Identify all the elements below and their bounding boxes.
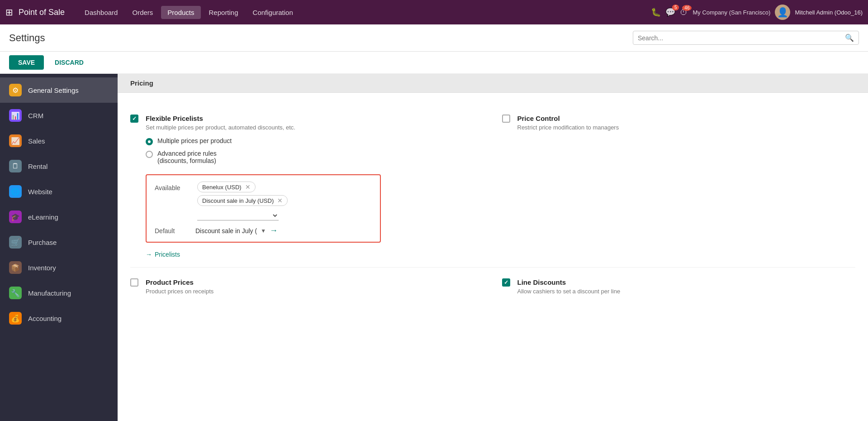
nav-products[interactable]: Products — [161, 6, 200, 19]
default-label: Default — [155, 227, 191, 234]
flexible-pricelists-setting: ✓ Flexible Pricelists Set multiple price… — [130, 115, 484, 258]
price-control-title: Price Control — [517, 115, 856, 122]
accounting-icon: 💰 — [9, 312, 22, 325]
sidebar-item-manufacturing[interactable]: 🔧 Manufacturing — [0, 280, 118, 306]
tag-discount-july-text: Discount sale in July (USD) — [202, 197, 274, 204]
sidebar-item-inventory[interactable]: 📦 Inventory — [0, 255, 118, 280]
product-prices-desc: Product prices on receipts — [146, 288, 484, 295]
crm-icon: 📊 — [9, 109, 22, 122]
sidebar-item-sales[interactable]: 📈 Sales — [0, 128, 118, 153]
line-discounts-setting: ✓ Line Discounts Allow cashiers to set a… — [502, 278, 856, 295]
tag-discount-july-remove[interactable]: ✕ — [277, 197, 283, 204]
product-prices-row: Product Prices Product prices on receipt… — [130, 267, 855, 304]
top-navigation: ⊞ Point of Sale Dashboard Orders Product… — [0, 0, 868, 24]
discard-button[interactable]: DISCARD — [47, 55, 91, 70]
main-layout: ⚙ General Settings 📊 CRM 📈 Sales 🗒 Renta… — [0, 74, 868, 421]
rental-icon: 🗒 — [9, 160, 22, 172]
save-button[interactable]: SAVE — [9, 55, 44, 70]
search-bar[interactable]: 🔍 — [633, 31, 859, 45]
sidebar: ⚙ General Settings 📊 CRM 📈 Sales 🗒 Renta… — [0, 74, 118, 421]
action-bar: SAVE DISCARD — [0, 52, 868, 74]
elearning-icon: 🎓 — [9, 210, 22, 223]
sidebar-label-manufacturing: Manufacturing — [28, 289, 71, 297]
sales-icon: 📈 — [9, 134, 22, 147]
bug-icon: 🐛 — [651, 7, 661, 17]
flexible-pricelists-body: Flexible Pricelists Set multiple prices … — [146, 115, 484, 258]
nav-configuration[interactable]: Configuration — [247, 6, 299, 19]
product-prices-title: Product Prices — [146, 278, 484, 286]
default-external-link[interactable]: → — [270, 226, 278, 235]
search-input[interactable] — [638, 34, 845, 42]
sidebar-item-accounting[interactable]: 💰 Accounting — [0, 306, 118, 331]
settings-content: ✓ Flexible Pricelists Set multiple price… — [118, 93, 868, 316]
website-icon: 🌐 — [9, 185, 22, 198]
radio-advanced-rules-circle — [146, 151, 153, 158]
available-label: Available — [155, 182, 191, 191]
flexible-pricelists-title: Flexible Pricelists — [146, 115, 484, 122]
nav-reporting[interactable]: Reporting — [203, 6, 245, 19]
sidebar-label-inventory: Inventory — [28, 264, 56, 272]
radio-advanced-rules-label: Advanced price rules(discounts, formulas… — [157, 150, 217, 164]
chat-icon-wrap[interactable]: 💬 5 — [665, 7, 675, 17]
sidebar-item-crm[interactable]: 📊 CRM — [0, 103, 118, 128]
line-discounts-checkbox[interactable]: ✓ — [502, 278, 510, 287]
default-pricelist-text: Discount sale in July ( — [195, 227, 257, 234]
price-control-desc: Restrict price modification to managers — [517, 124, 856, 131]
company-name: My Company (San Francisco) — [693, 9, 770, 16]
sidebar-item-purchase[interactable]: 🛒 Purchase — [0, 230, 118, 255]
user-avatar[interactable]: 👤 — [775, 5, 790, 20]
grid-icon[interactable]: ⊞ — [5, 7, 13, 18]
nav-dashboard[interactable]: Dashboard — [78, 6, 124, 19]
radio-advanced-rules[interactable]: Advanced price rules(discounts, formulas… — [146, 150, 484, 164]
sidebar-label-crm: CRM — [28, 112, 43, 120]
pricing-top-row: ✓ Flexible Pricelists Set multiple price… — [130, 105, 855, 267]
second-bar: Settings 🔍 — [0, 24, 868, 52]
default-dropdown-arrow[interactable]: ▼ — [261, 228, 266, 234]
radio-multiple-prices-label: Multiple prices per product — [157, 137, 232, 144]
sidebar-item-elearning[interactable]: 🎓 eLearning — [0, 204, 118, 230]
sidebar-label-rental: Rental — [28, 163, 47, 170]
sidebar-item-general-settings[interactable]: ⚙ General Settings — [0, 77, 118, 103]
line-discounts-title: Line Discounts — [517, 278, 856, 286]
tag-benelux-text: Benelux (USD) — [202, 184, 242, 191]
price-control-setting: Price Control Restrict price modificatio… — [502, 115, 856, 131]
app-title: Point of Sale — [19, 8, 65, 17]
user-name: Mitchell Admin (Odoo_16) — [795, 9, 863, 16]
nav-right: 🐛 💬 5 ⏱ 46 My Company (San Francisco) 👤 … — [651, 5, 863, 20]
sidebar-item-rental[interactable]: 🗒 Rental — [0, 153, 118, 179]
section-title: Pricing — [130, 79, 153, 87]
pricelists-link[interactable]: → Pricelists — [146, 251, 180, 258]
radio-multiple-prices-circle — [146, 138, 153, 145]
default-value: Discount sale in July ( ▼ → — [195, 226, 278, 235]
sidebar-label-sales: Sales — [28, 137, 45, 145]
sidebar-label-elearning: eLearning — [28, 213, 58, 221]
product-prices-setting: Product Prices Product prices on receipt… — [130, 278, 484, 295]
line-discounts-desc: Allow cashiers to set a discount per lin… — [517, 288, 856, 295]
tag-benelux-remove[interactable]: ✕ — [245, 183, 251, 191]
price-control-checkbox[interactable] — [502, 115, 510, 123]
bug-icon-wrap[interactable]: 🐛 — [651, 7, 661, 17]
price-control-body: Price Control Restrict price modificatio… — [517, 115, 856, 131]
product-prices-checkbox[interactable] — [130, 278, 138, 287]
pricing-radio-group: Multiple prices per product Advanced pri… — [146, 137, 484, 164]
sidebar-label-accounting: Accounting — [28, 315, 62, 322]
manufacturing-icon: 🔧 — [9, 287, 22, 299]
default-row: Default Discount sale in July ( ▼ → — [155, 226, 372, 235]
tag-benelux: Benelux (USD) ✕ — [197, 182, 256, 192]
clock-icon-wrap[interactable]: ⏱ 46 — [680, 8, 688, 17]
sidebar-label-general-settings: General Settings — [28, 86, 79, 94]
available-default-box: Available Benelux (USD) ✕ — [146, 174, 381, 243]
tags-area: Benelux (USD) ✕ Discount sale in July (U… — [197, 182, 372, 220]
sidebar-item-website[interactable]: 🌐 Website — [0, 179, 118, 204]
line-discounts-body: Line Discounts Allow cashiers to set a d… — [517, 278, 856, 295]
available-dropdown[interactable] — [197, 210, 279, 220]
flexible-pricelists-checkbox[interactable]: ✓ — [130, 115, 138, 123]
radio-multiple-prices[interactable]: Multiple prices per product — [146, 137, 484, 145]
tag-discount-july: Discount sale in July (USD) ✕ — [197, 195, 288, 206]
pricelists-label: Pricelists — [155, 251, 180, 258]
inventory-icon: 📦 — [9, 261, 22, 274]
nav-orders[interactable]: Orders — [126, 6, 159, 19]
page-title: Settings — [9, 32, 633, 44]
search-icon: 🔍 — [845, 33, 854, 42]
flexible-pricelists-desc: Set multiple prices per product, automat… — [146, 124, 484, 131]
